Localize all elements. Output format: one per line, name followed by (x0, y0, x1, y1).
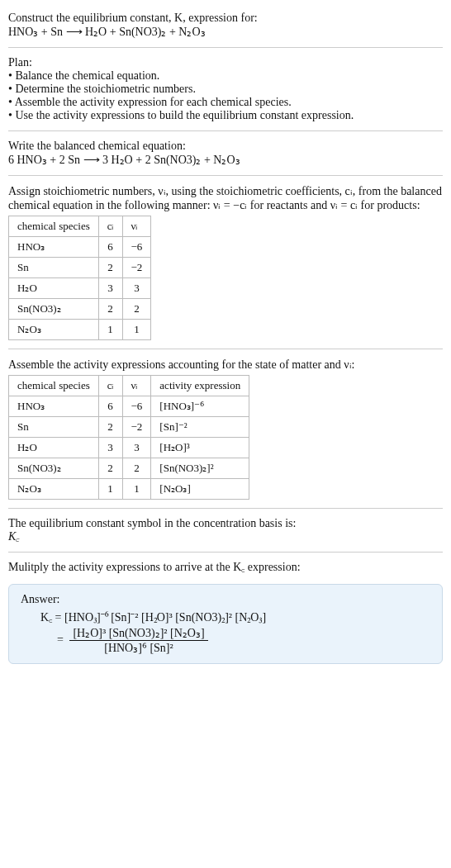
answer-line1: K꜀ = [HNO₃]⁻⁶ [Sn]⁻² [H₂O]³ [Sn(NO3)₂]² … (21, 611, 430, 624)
vi-cell: 3 (122, 438, 151, 458)
kc-symbol: K꜀ (8, 530, 443, 543)
col-vi: νᵢ (122, 376, 151, 396)
table-row: HNO₃ 6 −6 (9, 237, 151, 258)
col-species: chemical species (9, 216, 99, 237)
species-cell: Sn (9, 258, 99, 278)
species-cell: H₂O (9, 278, 99, 299)
symbol-section: The equilibrium constant symbol in the c… (8, 512, 443, 548)
vi-cell: 1 (122, 320, 151, 340)
plan-bullet: • Use the activity expressions to build … (8, 109, 443, 122)
plan-bullet: • Assemble the activity expression for e… (8, 96, 443, 109)
answer-eq-prefix: = (57, 633, 66, 646)
vi-cell: 2 (122, 458, 151, 479)
plan-title: Plan: (8, 56, 443, 69)
vi-cell: −2 (122, 417, 151, 438)
vi-cell: −2 (122, 258, 151, 278)
plan-section: Plan: • Balance the chemical equation. •… (8, 51, 443, 127)
vi-cell: 3 (122, 278, 151, 299)
species-cell: N₂O₃ (9, 320, 99, 340)
header-section: Construct the equilibrium constant, K, e… (8, 7, 443, 44)
ci-cell: 1 (98, 479, 122, 500)
multiply-text: Mulitply the activity expressions to arr… (8, 561, 443, 574)
ci-cell: 6 (98, 237, 122, 258)
activity-section: Assemble the activity expressions accoun… (8, 353, 443, 505)
ci-cell: 2 (98, 417, 122, 438)
assign-text: Assign stoichiometric numbers, νᵢ, using… (8, 184, 443, 212)
ci-cell: 2 (98, 258, 122, 278)
table-row: Sn(NO3)₂ 2 2 (9, 299, 151, 320)
species-cell: Sn (9, 417, 99, 438)
activity-cell: [H₂O]³ (151, 438, 249, 458)
plan-bullet: • Balance the chemical equation. (8, 69, 443, 83)
table-row: N₂O₃ 1 1 (9, 320, 151, 340)
table-row: Sn 2 −2 (9, 258, 151, 278)
table-row: H₂O 3 3 (9, 278, 151, 299)
plan-bullet: • Determine the stoichiometric numbers. (8, 83, 443, 96)
ci-cell: 1 (98, 320, 122, 340)
activity-cell: [HNO₃]⁻⁶ (151, 396, 249, 417)
table-row: Sn 2 −2 [Sn]⁻² (9, 417, 249, 438)
species-cell: HNO₃ (9, 396, 99, 417)
ci-cell: 3 (98, 278, 122, 299)
answer-box: Answer: K꜀ = [HNO₃]⁻⁶ [Sn]⁻² [H₂O]³ [Sn(… (8, 584, 443, 664)
col-species: chemical species (9, 376, 99, 396)
vi-cell: 1 (122, 479, 151, 500)
header-text1: Construct the equilibrium constant, K, e… (8, 12, 443, 25)
answer-fraction-row: = [H₂O]³ [Sn(NO3)₂]² [N₂O₃] [HNO₃]⁶ [Sn]… (21, 626, 430, 655)
vi-cell: −6 (122, 396, 151, 417)
ci-cell: 6 (98, 396, 122, 417)
balanced-title: Write the balanced chemical equation: (8, 140, 443, 153)
ci-cell: 2 (98, 299, 122, 320)
stoich-table: chemical species cᵢ νᵢ HNO₃ 6 −6 Sn 2 −2… (8, 216, 151, 340)
ci-cell: 2 (98, 458, 122, 479)
col-vi: νᵢ (122, 216, 151, 237)
table-header: chemical species cᵢ νᵢ activity expressi… (9, 376, 249, 396)
species-cell: N₂O₃ (9, 479, 99, 500)
activity-cell: [Sn(NO3)₂]² (151, 458, 249, 479)
vi-cell: 2 (122, 299, 151, 320)
activity-text: Assemble the activity expressions accoun… (8, 358, 443, 372)
vi-cell: −6 (122, 237, 151, 258)
species-cell: HNO₃ (9, 237, 99, 258)
activity-table: chemical species cᵢ νᵢ activity expressi… (8, 375, 249, 500)
fraction-numerator: [H₂O]³ [Sn(NO3)₂]² [N₂O₃] (69, 626, 207, 641)
multiply-section: Mulitply the activity expressions to arr… (8, 556, 443, 579)
activity-cell: [Sn]⁻² (151, 417, 249, 438)
symbol-text: The equilibrium constant symbol in the c… (8, 517, 443, 530)
table-row: N₂O₃ 1 1 [N₂O₃] (9, 479, 249, 500)
species-cell: Sn(NO3)₂ (9, 458, 99, 479)
col-activity: activity expression (151, 376, 249, 396)
header-eq: HNO₃ + Sn ⟶ H₂O + Sn(NO3)₂ + N₂O₃ (8, 25, 443, 39)
answer-label: Answer: (21, 593, 430, 606)
fraction-denominator: [HNO₃]⁶ [Sn]² (69, 641, 207, 655)
table-header: chemical species cᵢ νᵢ (9, 216, 151, 237)
table-row: HNO₃ 6 −6 [HNO₃]⁻⁶ (9, 396, 249, 417)
activity-cell: [N₂O₃] (151, 479, 249, 500)
species-cell: H₂O (9, 438, 99, 458)
assign-section: Assign stoichiometric numbers, νᵢ, using… (8, 179, 443, 345)
balanced-section: Write the balanced chemical equation: 6 … (8, 135, 443, 172)
col-ci: cᵢ (98, 376, 122, 396)
ci-cell: 3 (98, 438, 122, 458)
table-row: Sn(NO3)₂ 2 2 [Sn(NO3)₂]² (9, 458, 249, 479)
table-row: H₂O 3 3 [H₂O]³ (9, 438, 249, 458)
answer-fraction: [H₂O]³ [Sn(NO3)₂]² [N₂O₃] [HNO₃]⁶ [Sn]² (69, 626, 207, 655)
balanced-eq: 6 HNO₃ + 2 Sn ⟶ 3 H₂O + 2 Sn(NO3)₂ + N₂O… (8, 153, 443, 167)
species-cell: Sn(NO3)₂ (9, 299, 99, 320)
col-ci: cᵢ (98, 216, 122, 237)
